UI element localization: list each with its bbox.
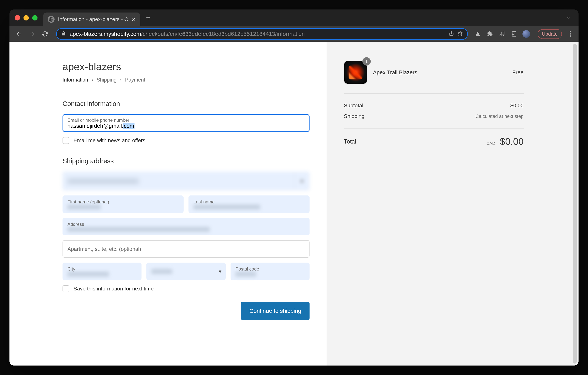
shipping-heading: Shipping address xyxy=(63,157,310,165)
product-price: Free xyxy=(512,69,524,76)
chevron-right-icon: › xyxy=(92,77,93,83)
save-info-row[interactable]: Save this information for next time xyxy=(63,285,310,292)
svg-point-4 xyxy=(570,35,571,37)
subtotal-value: $0.00 xyxy=(510,103,524,109)
chevron-right-icon: › xyxy=(120,77,122,83)
postal-code-field[interactable]: Postal code xyxy=(231,263,310,280)
newsletter-row[interactable]: Email me with news and offers xyxy=(63,137,310,144)
last-name-value xyxy=(193,205,260,210)
breadcrumb-information[interactable]: Information xyxy=(63,77,88,83)
apartment-placeholder: Apartment, suite, etc. (optional) xyxy=(67,246,304,252)
chevron-down-icon[interactable] xyxy=(563,13,573,23)
email-field[interactable]: Email or mobile phone number hassan.djir… xyxy=(63,114,310,132)
close-tab-button[interactable]: ✕ xyxy=(131,16,136,22)
svg-point-2 xyxy=(570,31,571,33)
browser-toolbar: apex-blazers.myshopify.com/checkouts/cn/… xyxy=(10,26,578,42)
device-icon[interactable] xyxy=(510,30,518,38)
first-name-value xyxy=(67,205,101,210)
window-controls xyxy=(15,15,38,21)
breadcrumb-shipping: Shipping xyxy=(97,77,116,83)
star-icon[interactable] xyxy=(457,31,463,37)
share-icon[interactable] xyxy=(449,31,454,37)
first-name-field[interactable]: First name (optional) xyxy=(63,196,184,213)
total-label: Total xyxy=(344,138,356,145)
new-tab-button[interactable]: + xyxy=(146,14,150,22)
breadcrumb-payment: Payment xyxy=(125,77,145,83)
shipping-label: Shipping xyxy=(344,113,365,119)
chevron-down-icon: ▾ xyxy=(294,172,309,190)
music-icon[interactable] xyxy=(498,30,506,38)
forward-button[interactable] xyxy=(27,29,37,39)
shipping-row: Shipping Calculated at next step xyxy=(344,111,524,121)
last-name-field[interactable]: Last name xyxy=(189,196,310,213)
browser-titlebar: Information - apex-blazers - C ✕ + xyxy=(10,10,578,26)
subtotal-label: Subtotal xyxy=(344,103,363,109)
city-label: City xyxy=(67,266,136,272)
city-value xyxy=(67,272,109,276)
total-value: $0.00 xyxy=(500,136,524,147)
back-button[interactable] xyxy=(14,29,24,39)
checkout-form-panel: apex-blazers Information › Shipping › Pa… xyxy=(10,42,327,365)
extension-icons: Update xyxy=(474,29,574,39)
postal-code-label: Postal code xyxy=(235,266,304,272)
breadcrumb: Information › Shipping › Payment xyxy=(63,77,310,83)
last-name-label: Last name xyxy=(193,199,304,205)
country-select[interactable]: ▾ xyxy=(63,172,310,190)
save-info-label: Save this information for next time xyxy=(74,286,154,292)
url-text: apex-blazers.myshopify.com/checkouts/cn/… xyxy=(70,31,445,37)
newsletter-checkbox[interactable] xyxy=(63,137,69,144)
address-field[interactable]: Address xyxy=(63,218,310,235)
postal-code-value xyxy=(235,272,256,276)
lock-icon xyxy=(61,31,66,37)
email-input[interactable]: hassan.djirdeh@gmail.com xyxy=(67,123,304,129)
shipping-value: Calculated at next step xyxy=(475,114,524,119)
first-name-label: First name (optional) xyxy=(67,199,179,205)
country-value xyxy=(67,179,139,184)
total-currency: CAD xyxy=(486,141,495,146)
tab-title: Information - apex-blazers - C xyxy=(58,16,128,22)
city-field[interactable]: City xyxy=(63,263,142,280)
minimize-window-button[interactable] xyxy=(23,15,29,21)
close-window-button[interactable] xyxy=(15,15,20,21)
contact-heading: Contact information xyxy=(63,100,310,108)
save-info-checkbox[interactable] xyxy=(63,285,69,292)
quantity-badge: 1 xyxy=(362,57,371,66)
profile-avatar[interactable] xyxy=(523,30,530,38)
chevron-down-icon: ▾ xyxy=(219,268,221,275)
province-value xyxy=(151,269,172,274)
globe-icon xyxy=(48,16,54,23)
cart-item: 1 Apex Trail Blazers Free xyxy=(344,61,524,84)
update-button[interactable]: Update xyxy=(538,29,562,39)
address-value xyxy=(67,227,210,232)
kebab-menu-icon[interactable] xyxy=(567,30,574,38)
order-summary-panel: 1 Apex Trail Blazers Free Subtotal $0.00… xyxy=(327,42,578,365)
vercel-icon[interactable] xyxy=(474,30,482,38)
subtotal-row: Subtotal $0.00 xyxy=(344,100,524,111)
email-label: Email or mobile phone number xyxy=(67,118,304,123)
address-bar[interactable]: apex-blazers.myshopify.com/checkouts/cn/… xyxy=(56,28,468,40)
product-thumbnail: 1 xyxy=(344,61,367,84)
province-select[interactable]: ▾ xyxy=(147,263,225,280)
svg-point-3 xyxy=(570,33,571,34)
address-label: Address xyxy=(67,222,304,227)
product-name: Apex Trail Blazers xyxy=(373,69,506,76)
extensions-icon[interactable] xyxy=(486,30,494,38)
total-row: Total CAD $0.00 xyxy=(344,129,524,147)
reload-button[interactable] xyxy=(40,29,50,39)
maximize-window-button[interactable] xyxy=(32,15,38,21)
browser-tab[interactable]: Information - apex-blazers - C ✕ xyxy=(43,12,140,26)
apartment-field[interactable]: Apartment, suite, etc. (optional) xyxy=(63,240,310,258)
store-name: apex-blazers xyxy=(63,61,310,72)
continue-to-shipping-button[interactable]: Continue to shipping xyxy=(241,302,310,320)
newsletter-label: Email me with news and offers xyxy=(74,137,145,143)
